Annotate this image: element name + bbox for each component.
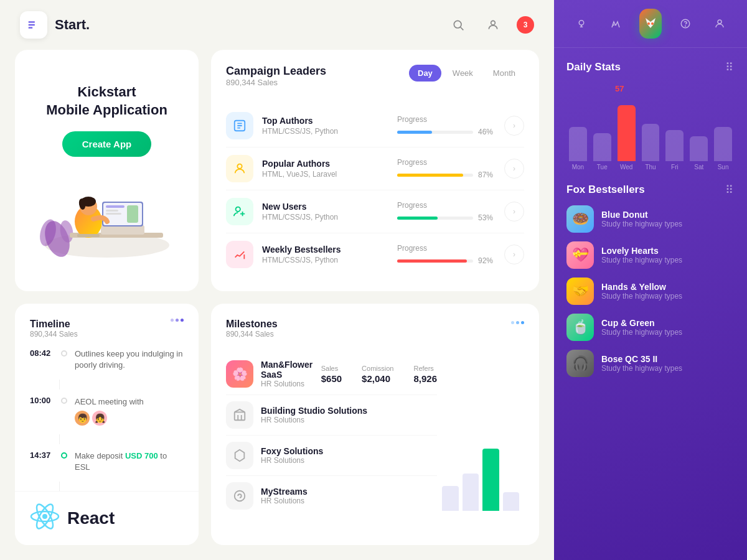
svg-rect-16 — [106, 213, 121, 215]
daily-stats-title: Daily Stats — [566, 61, 621, 73]
svg-rect-14 — [106, 205, 125, 208]
chevron-button-2[interactable]: › — [504, 159, 524, 179]
progress-label: Progress — [397, 115, 497, 124]
new-users-name: New Users — [262, 202, 397, 212]
user-icon[interactable] — [482, 14, 504, 36]
timeline-card: Timeline 890,344 Sales 08:42 Outlines ke… — [15, 304, 199, 545]
mystreams-name: MyStreams — [261, 487, 437, 497]
chevron-button-4[interactable]: › — [504, 245, 524, 264]
building-icon — [226, 401, 253, 429]
weekly-bestsellers-name: Weekly Bestsellers — [262, 245, 397, 254]
tab-week[interactable]: Week — [444, 65, 482, 82]
top-authors-progress: Progress 46% — [397, 115, 497, 136]
mystreams-sub: HR Solutions — [261, 497, 437, 505]
svg-rect-17 — [127, 205, 138, 223]
milestones-subtitle: 890,344 Sales — [226, 330, 278, 338]
popular-authors-tags: HTML, VueJS, Laravel — [262, 170, 397, 179]
lovely-hearts-info: Lovely Hearts Study the highway types — [601, 246, 682, 264]
bar-fri: Fri — [665, 130, 684, 170]
stat-sales: Sales $650 — [321, 365, 342, 384]
foxy-icon — [226, 442, 253, 469]
popular-authors-name: Popular Authors — [262, 159, 397, 169]
progress-bar-container: 46% — [397, 128, 497, 136]
hands-yellow-info: Hands & Yellow Study the highway types — [601, 282, 682, 301]
bar-mon-label: Mon — [572, 164, 584, 170]
dot3 — [181, 319, 184, 322]
bose-qc35-sub: Study the highway types — [601, 364, 682, 373]
header-right: 3 — [447, 14, 534, 36]
mini-bar-4 — [503, 492, 520, 511]
sidebar-icon-bulb[interactable] — [570, 12, 593, 35]
daily-stats-menu[interactable]: ⠿ — [725, 60, 735, 74]
sidebar-icon-user[interactable] — [708, 12, 731, 35]
mystreams-svg — [233, 489, 247, 503]
sidebar-icon-a[interactable] — [604, 12, 627, 35]
popular-authors-icon — [226, 155, 253, 182]
svg-point-5 — [491, 21, 496, 25]
bar-mon-fill — [569, 127, 587, 161]
progress-label-3: Progress — [397, 201, 497, 210]
svg-rect-22 — [77, 234, 100, 237]
bar-sat-label: Sat — [694, 164, 703, 170]
mini-bar-2 — [463, 474, 479, 511]
top-authors-name: Top Authors — [262, 116, 397, 126]
manflower-emoji: 🌸 — [232, 366, 248, 381]
commission-label: Comission — [362, 365, 393, 372]
bar-wed-label: Wed — [620, 164, 632, 170]
svg-line-4 — [461, 27, 464, 30]
bestseller-cup-green: 🍵 Cup & Green Study the highway types — [566, 314, 735, 341]
react-icon — [30, 502, 60, 535]
dot2 — [176, 319, 179, 322]
tab-day[interactable]: Day — [409, 65, 441, 82]
timeline-dot-3 — [61, 452, 67, 459]
progress-bar-bg-4 — [397, 259, 473, 263]
mystreams-info: MyStreams HR Solutions — [261, 487, 437, 505]
svg-point-3 — [454, 21, 461, 28]
react-badge: React — [15, 491, 199, 545]
progress-pct-4: 92% — [478, 256, 497, 265]
progress-pct: 46% — [478, 128, 497, 136]
progress-bar-fill-2 — [397, 174, 463, 177]
sidebar-icon-question[interactable] — [674, 12, 697, 35]
fox-bestsellers-menu[interactable]: ⠿ — [725, 183, 735, 197]
timeline-connector-2 — [59, 434, 60, 444]
milestones-title: Milestones — [226, 319, 278, 330]
bar-thu-fill — [642, 124, 660, 161]
svg-marker-39 — [646, 18, 655, 28]
new-users-icon — [226, 198, 253, 225]
building-name: Building Studio Solutions — [261, 406, 437, 416]
chart-peak: 57 — [566, 84, 735, 93]
svg-point-43 — [685, 26, 685, 26]
svg-rect-11 — [101, 225, 144, 235]
bose-qc35-name: Bose QC 35 II — [601, 354, 682, 364]
progress-pct-2: 87% — [478, 170, 497, 179]
foxy-name: Foxy Solutions — [261, 446, 437, 456]
create-app-button[interactable]: Create App — [62, 131, 151, 157]
timeline-avatars: 👦 👧 — [75, 411, 144, 426]
timeline-connector — [59, 380, 60, 390]
chevron-button[interactable]: › — [504, 116, 524, 136]
timeline-time-3: 14:37 — [30, 450, 54, 460]
svg-point-37 — [579, 21, 584, 26]
kickstart-card: Kickstart Mobile Application Create App — [15, 50, 199, 291]
fox-active-icon — [639, 9, 662, 39]
mdot3 — [521, 321, 524, 324]
header: Start. 3 — [0, 0, 554, 50]
milestone-row-1: 🌸 Man&Flower SaaS HR Solutions Sales $65… — [226, 353, 437, 395]
svg-point-40 — [647, 22, 650, 25]
svg-point-36 — [235, 491, 245, 502]
blue-donut-info: Blue Donut Study the highway types — [601, 210, 682, 228]
chevron-button-3[interactable]: › — [504, 202, 524, 222]
manflower-sub: HR Solutions — [261, 380, 321, 388]
campaign-row-popular-authors: Popular Authors HTML, VueJS, Laravel Pro… — [226, 147, 524, 190]
milestone-row-2: Building Studio Solutions HR Solutions — [226, 395, 437, 436]
search-icon[interactable] — [447, 14, 469, 36]
sidebar-icon-fox[interactable] — [639, 12, 662, 35]
time-tabs: Day Week Month — [409, 65, 524, 82]
tab-month[interactable]: Month — [484, 65, 524, 82]
manflower-icon: 🌸 — [226, 360, 253, 388]
notification-badge[interactable]: 3 — [517, 16, 534, 34]
weekly-bestsellers-progress: Progress 92% — [397, 244, 497, 265]
progress-bar-container-4: 92% — [397, 256, 497, 265]
bar-tue-fill — [593, 133, 611, 161]
